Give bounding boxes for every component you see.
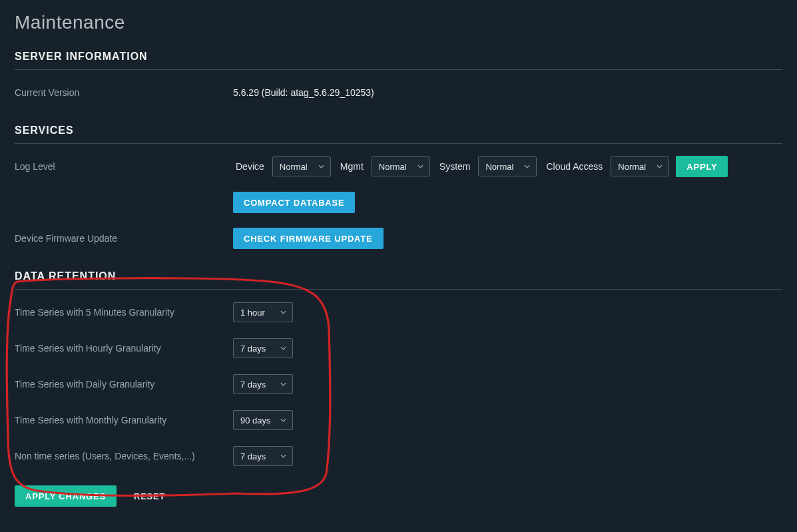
retention-hourly-label: Time Series with Hourly Granularity [15, 343, 233, 354]
section-data-retention: DATA RETENTION Time Series with 5 Minute… [15, 270, 782, 507]
log-level-label: Log Level [15, 161, 233, 172]
row-retention-non-ts: Non time series (Users, Devices, Events,… [15, 445, 782, 467]
log-level-mgmt-value: Normal [379, 162, 407, 172]
page-title: Maintenance [15, 12, 782, 33]
chevron-down-icon [318, 163, 325, 170]
divider [15, 143, 782, 144]
retention-daily-value: 7 days [240, 380, 266, 390]
retention-non-ts-value: 7 days [240, 451, 266, 461]
chevron-down-icon [280, 453, 287, 460]
retention-monthly-value: 90 days [240, 415, 271, 425]
services-heading: SERVICES [15, 125, 782, 136]
log-level-mgmt-label: Mgmt [340, 161, 364, 172]
firmware-update-label: Device Firmware Update [15, 233, 233, 244]
divider [15, 69, 782, 70]
current-version-label: Current Version [15, 87, 233, 98]
chevron-down-icon [280, 417, 287, 424]
check-firmware-update-button[interactable]: CHECK FIRMWARE UPDATE [233, 228, 384, 249]
retention-monthly-label: Time Series with Monthly Granularity [15, 415, 233, 425]
section-server-information: SERVER INFORMATION Current Version 5.6.2… [15, 51, 782, 103]
retention-5min-label: Time Series with 5 Minutes Granularity [15, 307, 233, 318]
log-level-cloud-access-label: Cloud Access [546, 161, 603, 172]
retention-hourly-select[interactable]: 7 days [233, 338, 293, 358]
retention-5min-value: 1 hour [240, 308, 265, 318]
retention-monthly-select[interactable]: 90 days [233, 410, 293, 430]
log-level-device-label: Device [236, 161, 264, 172]
log-level-device-value: Normal [280, 162, 308, 172]
log-level-system-label: System [439, 161, 471, 172]
row-log-level: Log Level Device Normal Mgmt Normal Syst… [15, 156, 782, 177]
retention-non-ts-label: Non time series (Users, Devices, Events,… [15, 451, 233, 461]
row-current-version: Current Version 5.6.29 (Build: atag_5.6.… [15, 82, 782, 103]
log-level-controls: Device Normal Mgmt Normal System Normal … [233, 156, 728, 177]
chevron-down-icon [417, 163, 424, 170]
log-level-cloud-access-select[interactable]: Normal [611, 156, 669, 176]
log-level-mgmt-select[interactable]: Normal [372, 156, 430, 176]
log-level-cloud-access-value: Normal [618, 162, 646, 172]
retention-daily-label: Time Series with Daily Granularity [15, 379, 233, 390]
apply-changes-button[interactable]: APPLY CHANGES [15, 485, 117, 507]
retention-non-ts-select[interactable]: 7 days [233, 446, 293, 466]
retention-hourly-value: 7 days [240, 344, 266, 354]
divider [15, 289, 782, 290]
current-version-value: 5.6.29 (Build: atag_5.6.29_10253) [233, 87, 374, 98]
maintenance-page: Maintenance SERVER INFORMATION Current V… [0, 12, 797, 532]
compact-database-button[interactable]: COMPACT DATABASE [233, 192, 355, 213]
server-information-heading: SERVER INFORMATION [15, 51, 782, 63]
apply-log-level-button[interactable]: APPLY [676, 156, 728, 177]
data-retention-heading: DATA RETENTION [15, 270, 782, 282]
log-level-system-value: Normal [485, 162, 513, 172]
row-retention-hourly: Time Series with Hourly Granularity 7 da… [15, 338, 782, 359]
section-services: SERVICES Log Level Device Normal Mgmt No… [15, 125, 782, 249]
row-firmware-update: Device Firmware Update CHECK FIRMWARE UP… [15, 228, 782, 249]
row-retention-5min: Time Series with 5 Minutes Granularity 1… [15, 302, 782, 323]
log-level-device-select[interactable]: Normal [272, 156, 331, 176]
retention-daily-select[interactable]: 7 days [233, 374, 293, 394]
row-retention-daily: Time Series with Daily Granularity 7 day… [15, 374, 782, 395]
chevron-down-icon [523, 163, 531, 170]
reset-button[interactable]: RESET [129, 485, 170, 507]
chevron-down-icon [280, 345, 287, 352]
chevron-down-icon [280, 309, 287, 316]
row-retention-monthly: Time Series with Monthly Granularity 90 … [15, 409, 782, 431]
log-level-system-select[interactable]: Normal [478, 156, 537, 176]
chevron-down-icon [656, 163, 663, 170]
chevron-down-icon [280, 381, 287, 388]
data-retention-actions: APPLY CHANGES RESET [15, 485, 782, 507]
retention-5min-select[interactable]: 1 hour [233, 302, 293, 322]
row-compact-database: COMPACT DATABASE [15, 192, 782, 213]
